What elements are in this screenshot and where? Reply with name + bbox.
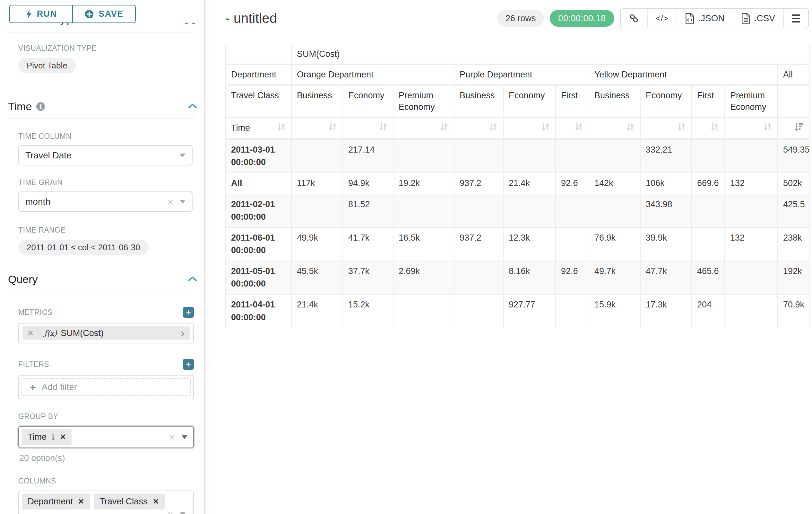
table-cell: 92.6 <box>556 261 589 295</box>
divider <box>8 118 195 118</box>
save-button[interactable]: SAVE <box>72 5 135 23</box>
add-filter-plus-button[interactable]: + <box>183 359 194 370</box>
info-icon: i <box>36 102 45 111</box>
table-cell <box>725 140 778 173</box>
table-cell <box>556 140 589 173</box>
remove-metric-icon[interactable]: ✕ <box>23 326 39 340</box>
department-group-header: All <box>778 65 810 85</box>
chevron-up-icon[interactable] <box>188 103 197 110</box>
table-cell <box>503 140 556 173</box>
sort-icon[interactable] <box>574 122 583 135</box>
sort-column-header[interactable]: Time <box>226 118 292 140</box>
sort-icon[interactable] <box>276 122 286 135</box>
clipped-icon-fragment <box>185 23 188 24</box>
sort-desc-icon[interactable] <box>794 122 804 135</box>
table-row: 2011-05-01 00:00:0045.5k37.7k2.69k8.16k9… <box>226 261 810 295</box>
metric-pill[interactable]: ✕ ƒ(x) SUM(Cost) › <box>23 326 190 340</box>
table-row: 2011-06-01 00:00:0049.9k41.7k16.5k937.21… <box>226 228 810 261</box>
sort-column-header[interactable] <box>556 118 589 140</box>
sort-icon[interactable] <box>328 122 337 135</box>
group-by-select[interactable]: Timei✕ × <box>18 426 194 448</box>
sort-icon[interactable] <box>439 122 449 135</box>
sort-column-header[interactable] <box>394 118 455 140</box>
view-query-button[interactable]: </> <box>647 9 677 28</box>
run-button[interactable]: RUN <box>10 5 72 23</box>
table-cell: 41.7k <box>343 228 394 261</box>
sort-column-header[interactable] <box>641 118 692 140</box>
selected-tag[interactable]: Timei✕ <box>22 429 71 445</box>
table-cell: 927.77 <box>503 295 556 328</box>
selected-tag[interactable]: Department✕ <box>22 494 90 510</box>
table-cell: 502k <box>778 173 810 194</box>
clear-icon[interactable]: × <box>169 432 175 442</box>
sort-icon[interactable] <box>676 122 686 135</box>
sort-column-header[interactable] <box>589 118 641 140</box>
sort-column-header[interactable] <box>343 118 394 140</box>
copy-link-button[interactable] <box>621 9 647 28</box>
sort-icon[interactable] <box>625 122 635 135</box>
time-range-pill[interactable]: 2011-01-01 ≤ col < 2011-06-30 <box>18 240 149 255</box>
time-grain-value: month <box>25 197 50 207</box>
add-filter-button[interactable]: + Add filter <box>22 378 191 396</box>
sidebar-scrollbar[interactable] <box>204 0 205 514</box>
sort-column-header[interactable] <box>292 118 343 140</box>
table-cell: 15.2k <box>343 295 394 328</box>
visualization-type-label: VISUALIZATION TYPE <box>18 44 194 53</box>
table-row: 2011-03-01 00:00:00217.14332.21549.35 <box>226 140 810 173</box>
table-cell <box>556 194 589 228</box>
table-cell <box>692 140 725 173</box>
lightning-bolt-icon <box>25 9 32 19</box>
table-cell <box>725 261 778 295</box>
sort-icon[interactable] <box>488 122 498 135</box>
clear-icon[interactable]: × <box>167 197 173 207</box>
sort-column-header[interactable] <box>455 118 503 140</box>
csv-file-icon <box>742 13 750 24</box>
tag-remove-icon[interactable]: ✕ <box>60 433 66 441</box>
filters-container: + Add filter <box>18 375 194 399</box>
add-metric-button[interactable]: + <box>183 307 194 318</box>
time-column-select[interactable]: Travel Date <box>18 145 193 165</box>
table-cell: 204 <box>692 295 725 328</box>
sort-column-header[interactable] <box>692 118 725 140</box>
table-cell <box>725 194 778 228</box>
columns-select[interactable]: Department✕Travel Class✕ × <box>18 491 194 514</box>
table-cell: 19.2k <box>394 173 455 194</box>
chevron-right-icon[interactable]: › <box>175 326 190 340</box>
time-grain-select[interactable]: month × <box>18 191 193 212</box>
query-timer-badge: 00:00:00.18 <box>550 10 614 27</box>
sort-column-header[interactable] <box>725 118 778 140</box>
sort-icon[interactable] <box>762 122 772 135</box>
tag-remove-icon[interactable]: ✕ <box>78 497 84 506</box>
tag-remove-icon[interactable]: ✕ <box>152 497 158 506</box>
sort-column-header[interactable] <box>778 118 810 140</box>
chevron-up-icon[interactable] <box>188 276 197 283</box>
time-column-value: Travel Date <box>25 150 71 161</box>
table-cell: 549.35 <box>778 140 810 173</box>
sort-icon[interactable] <box>709 122 719 135</box>
sort-column-header[interactable] <box>503 118 556 140</box>
time-row-label: Time <box>231 122 250 134</box>
sort-icon[interactable] <box>378 122 388 135</box>
department-group-header: Purple Department <box>455 65 589 85</box>
department-group-header: Orange Department <box>292 65 455 85</box>
table-cell: 15.9k <box>589 295 641 328</box>
travel-class-row-label: Travel Class <box>226 86 292 118</box>
selected-tag[interactable]: Travel Class✕ <box>94 494 164 510</box>
sort-icon[interactable] <box>541 122 550 135</box>
divider <box>8 32 195 32</box>
table-cell <box>556 295 589 328</box>
pivot-table-container: SUM(Cost)DepartmentOrange DepartmentPurp… <box>225 44 812 328</box>
export-json-button[interactable]: .JSON <box>676 9 732 28</box>
time-grain-label: TIME GRAIN <box>18 178 194 187</box>
export-csv-button[interactable]: .CSV <box>733 9 783 28</box>
clear-icon[interactable]: × <box>167 509 173 514</box>
table-cell: 39.9k <box>641 228 692 261</box>
time-column-label: TIME COLUMN <box>18 132 194 141</box>
table-row: 2011-04-01 00:00:0021.4k15.2k927.7715.9k… <box>226 295 810 328</box>
chart-title[interactable]: - untitled <box>225 10 277 26</box>
table-cell <box>394 140 455 173</box>
json-file-icon <box>685 13 694 24</box>
menu-button[interactable] <box>783 9 808 28</box>
tag-label: Department <box>28 497 73 507</box>
viz-type-pill[interactable]: Pivot Table <box>18 58 76 73</box>
